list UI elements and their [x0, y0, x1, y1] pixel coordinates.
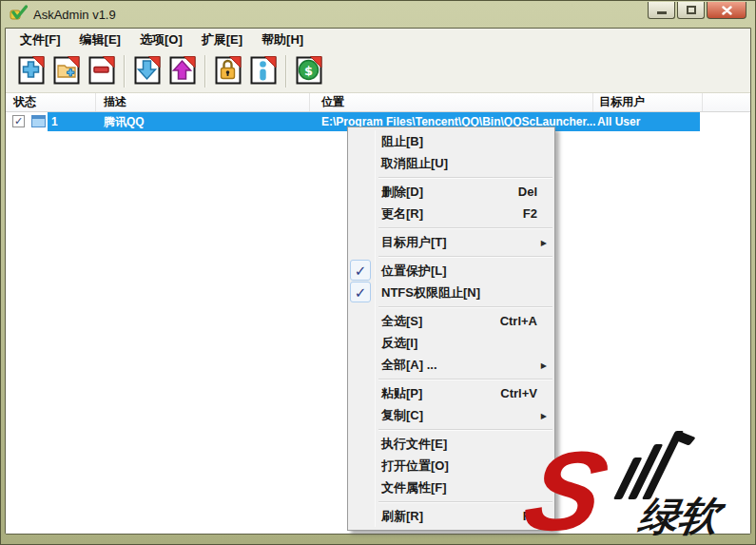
plus-icon [17, 54, 46, 89]
context-menu-separator [348, 253, 554, 260]
close-button[interactable] [707, 2, 746, 19]
context-menu-separator [348, 498, 554, 505]
menubar-item-help[interactable]: 帮助[H] [252, 29, 313, 50]
close-icon [722, 2, 732, 19]
submenu-arrow-icon: ▶ [541, 360, 547, 369]
menu-item-label: 复制[C] [381, 407, 423, 424]
minimize-icon [657, 11, 667, 14]
menubar: 文件[F]编辑[E]选项[O]扩展[E]帮助[H] [6, 29, 750, 50]
submenu-arrow-icon: ▶ [541, 238, 547, 246]
menu-item-label: NTFS权限阻止[N] [381, 284, 480, 302]
context-menu: 阻止[B]取消阻止[U]删除[D]Del更名[R]F2目标用户[T]▶✓位置保护… [347, 127, 555, 531]
checked-icon: ✓ [350, 282, 371, 302]
context-menu-item-delete[interactable]: 删除[D]Del [348, 181, 554, 203]
remove-button[interactable] [85, 53, 118, 90]
row-checkbox[interactable]: ✓ [12, 115, 25, 127]
menu-item-label: 位置保护[L] [381, 263, 447, 280]
context-menu-item-block[interactable]: 阻止[B] [348, 130, 554, 152]
context-menu-item-copy[interactable]: 复制[C]▶ [348, 404, 554, 426]
menubar-item-options[interactable]: 选项[O] [130, 29, 192, 50]
context-menu-item-unblock[interactable]: 取消阻止[U] [348, 152, 554, 174]
toolbar-separator [124, 55, 125, 88]
list-header: 状态描述位置目标用户 [6, 93, 750, 112]
context-menu-separator [348, 376, 554, 382]
menu-item-label: 粘贴[P] [381, 385, 422, 402]
context-menu-separator [348, 224, 554, 231]
toolbar-separator [285, 55, 286, 88]
context-menu-item-location-protect[interactable]: ✓位置保护[L] [348, 260, 554, 282]
menu-item-label: 全选[S] [381, 313, 422, 330]
menubar-item-extensions[interactable]: 扩展[E] [192, 29, 252, 50]
row-index: 1 [51, 112, 58, 131]
titlebar: AskAdmin v1.9 [1, 2, 755, 28]
add-file-button[interactable] [14, 53, 48, 90]
context-menu-item-file-properties[interactable]: 文件属性[F] [348, 477, 554, 498]
toolbar-separator [204, 55, 205, 88]
context-menu-separator [348, 303, 554, 310]
svg-text:$: $ [303, 63, 312, 77]
context-menu-separator [348, 426, 554, 433]
menu-item-label: 文件属性[F] [381, 479, 447, 496]
row-target-user: All User [597, 112, 640, 131]
menu-item-label: 全部[A] ... [381, 357, 437, 374]
menu-item-label: 阻止[B] [381, 133, 423, 150]
app-window-icon [31, 115, 46, 127]
maximize-icon [687, 6, 696, 14]
checked-icon: ✓ [350, 260, 371, 281]
maximize-button[interactable] [677, 2, 705, 19]
menu-item-label: 删除[D] [381, 184, 423, 201]
menu-item-shortcut: F2 [523, 206, 554, 221]
arrow-down-icon [133, 54, 162, 89]
menu-item-label: 更名[R] [381, 205, 423, 223]
row-description: 腾讯QQ [104, 112, 145, 131]
context-menu-item-rename[interactable]: 更名[R]F2 [348, 203, 554, 224]
minimize-button[interactable] [648, 2, 675, 19]
folder-plus-icon [52, 54, 81, 89]
context-menu-item-open-location[interactable]: 打开位置[O] [348, 455, 554, 477]
column-header-2[interactable]: 描述 [96, 93, 310, 111]
column-header-1[interactable]: 状态 [6, 93, 96, 111]
window-title: AskAdmin v1.9 [33, 8, 116, 22]
app-icon [10, 5, 28, 25]
toolbar: $ [6, 50, 750, 93]
window-controls [648, 2, 746, 19]
info-icon [249, 54, 278, 89]
minus-icon [87, 54, 116, 89]
menubar-item-edit[interactable]: 编辑[E] [70, 29, 130, 50]
context-menu-item-paste[interactable]: 粘贴[P]Ctrl+V [348, 382, 554, 404]
menu-item-label: 刷新[R] [381, 508, 423, 525]
dollar-icon: $ [295, 54, 323, 89]
context-menu-item-refresh[interactable]: 刷新[R]F5 [348, 505, 554, 527]
column-header-4[interactable]: 目标用户 [593, 93, 703, 111]
context-menu-item-run-file[interactable]: 执行文件[E] [348, 433, 554, 455]
column-header-3[interactable]: 位置 [310, 93, 593, 111]
add-folder-button[interactable] [49, 53, 83, 90]
lock-icon [214, 54, 242, 89]
menu-item-label: 反选[I] [381, 335, 417, 352]
context-menu-item-ntfs-block[interactable]: ✓NTFS权限阻止[N] [348, 282, 554, 303]
menu-item-shortcut: Ctrl+V [500, 386, 554, 400]
context-menu-item-invert-selection[interactable]: 反选[I] [348, 332, 554, 354]
lock-button[interactable] [211, 53, 244, 90]
menu-item-shortcut: F5 [523, 509, 554, 523]
context-menu-item-target-user[interactable]: 目标用户[T]▶ [348, 231, 554, 253]
info-button[interactable] [246, 53, 280, 90]
menu-item-shortcut: Ctrl+A [500, 314, 554, 328]
menu-item-label: 打开位置[O] [381, 457, 449, 475]
unblock-button[interactable] [165, 53, 199, 90]
context-menu-item-select-all[interactable]: 全选[S]Ctrl+A [348, 310, 554, 332]
arrow-up-icon [168, 54, 197, 89]
menu-item-shortcut: Del [518, 185, 554, 199]
column-header-filler [703, 93, 751, 111]
menu-item-label: 目标用户[T] [381, 234, 447, 251]
context-menu-separator [348, 174, 554, 181]
menubar-item-file[interactable]: 文件[F] [10, 29, 70, 50]
donate-button[interactable]: $ [292, 53, 325, 90]
context-menu-item-all[interactable]: 全部[A] ...▶ [348, 354, 554, 376]
menu-item-label: 取消阻止[U] [381, 155, 448, 172]
block-button[interactable] [130, 53, 164, 90]
menu-item-label: 执行文件[E] [381, 436, 447, 453]
submenu-arrow-icon: ▶ [541, 411, 547, 419]
